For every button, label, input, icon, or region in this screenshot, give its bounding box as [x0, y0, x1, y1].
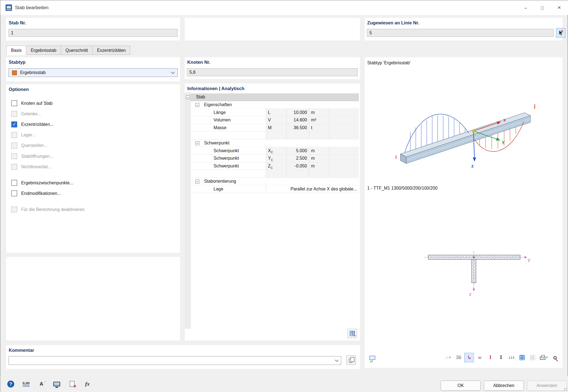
kommentar-panel: Kommentar: [6, 345, 360, 369]
section-part-red-icon[interactable]: I: [486, 353, 495, 362]
tree-item-schwerpunkt-zc[interactable]: SchwerpunktZC-0.050m: [191, 162, 359, 170]
edit-member-dialog: Stab bearbeiten –□× Stab Nr. Zugewiesen …: [0, 0, 568, 392]
informationen-panel: Informationen | Analytisch –Stab–Eigensc…: [185, 83, 360, 340]
apply-format-icon[interactable]: A: [36, 378, 47, 389]
svg-text:z: z: [469, 292, 471, 297]
member-axes-icon[interactable]: ↳: [465, 353, 474, 362]
window-controls: –□×: [517, 0, 568, 15]
option-knoten-auf-stab: Knoten auf Stab: [11, 99, 180, 107]
tree-label: Stab: [191, 95, 205, 100]
stabtyp-value: Ergebnisstab: [20, 70, 45, 75]
option-label: Exzentrizitäten...: [21, 122, 54, 127]
option-label: Gelenke...: [21, 111, 41, 116]
numbering-icon[interactable]: 123: [507, 353, 516, 362]
top-empty-panel: [185, 18, 360, 40]
option-label: Lager...: [21, 133, 36, 138]
copy-icon: [349, 359, 352, 363]
kommentar-combobox[interactable]: [8, 356, 341, 365]
chevron-down-icon[interactable]: [335, 358, 339, 362]
optionen-label: Optionen: [9, 87, 29, 92]
cross-section-preview: y z: [423, 250, 532, 297]
print-icon[interactable]: ▾: [539, 353, 549, 362]
resize-grip[interactable]: [564, 388, 567, 391]
units-icon[interactable]: 0,00: [20, 378, 32, 389]
checkbox-endmodifikationen[interactable]: [11, 190, 17, 196]
window-title: Stab bearbeiten: [15, 5, 49, 10]
svg-text:x: x: [503, 117, 506, 123]
tree-item-schwerpunkt-xc[interactable]: SchwerpunktXC5.000m: [191, 147, 359, 155]
collapse-icon[interactable]: –: [195, 180, 199, 184]
checkbox-gelenke: [11, 111, 17, 117]
option-nichtlinearitaet: Nichtlinearität...: [11, 163, 180, 171]
delete-icon[interactable]: [66, 378, 78, 389]
preview-toolbar: ∴▾100↳scII123▾: [365, 352, 562, 363]
option-gelenke: Gelenke...: [11, 110, 180, 118]
tab-querschnitt[interactable]: Querschnitt: [61, 46, 93, 55]
checkbox-exzentrizitaeten[interactable]: [11, 121, 17, 127]
checkbox-ergebniszwischenpunkte[interactable]: [11, 180, 17, 186]
options-list: Knoten auf StabGelenke...Exzentrizitäten…: [6, 97, 180, 213]
option-ergebniszwischenpunkte: Ergebniszwischenpunkte...: [11, 179, 180, 187]
tab-ergebnisstab[interactable]: Ergebnisstab: [26, 46, 61, 55]
checkbox-quersteifen: [11, 143, 17, 149]
option-label: Endmodifikationen...: [21, 191, 61, 196]
tree-item-schwerpunkt-yc[interactable]: SchwerpunktYC2.500m: [191, 155, 359, 162]
cancel-button[interactable]: Abbrechen: [484, 381, 524, 391]
display-settings-icon[interactable]: [51, 378, 63, 389]
informationen-label: Informationen | Analytisch: [187, 86, 244, 91]
footer-toolbar: ?0,00Afx: [5, 378, 93, 389]
kommentar-input[interactable]: [9, 357, 336, 365]
checkbox-knoten-auf-stab[interactable]: [11, 100, 17, 106]
assigned-line-input[interactable]: [367, 29, 554, 37]
tree-item-volumen-v[interactable]: VolumenV14.600m³: [191, 116, 359, 124]
point-symbols-icon[interactable]: ∴▾: [443, 353, 453, 362]
pointer-deselect-icon: [557, 30, 564, 36]
left-empty-panel: [6, 257, 180, 340]
knoten-input[interactable]: [187, 68, 358, 76]
svg-text:i: i: [395, 154, 397, 160]
stress-points-icon[interactable]: sc: [475, 353, 485, 362]
close-button[interactable]: ×: [551, 0, 568, 15]
dimensions-icon[interactable]: 100: [454, 353, 463, 362]
tab-bar: BasisErgebnisstabQuerschnittExzentrizitä…: [6, 46, 130, 55]
zoom-selection-icon[interactable]: [550, 353, 559, 362]
grid-icon[interactable]: [518, 353, 527, 362]
dot-grid-icon[interactable]: [528, 353, 537, 362]
apply-button[interactable]: Anwenden: [527, 381, 567, 391]
tree-root-stab[interactable]: –Stab: [191, 93, 359, 101]
tree-group-eigenschaften[interactable]: –Eigenschaften: [191, 101, 359, 109]
maximize-button[interactable]: □: [534, 0, 551, 15]
help-icon[interactable]: ?: [5, 378, 17, 389]
tab-exzentrizitaeten[interactable]: Exzentrizitäten: [92, 46, 131, 55]
deselect-line-button[interactable]: [556, 28, 566, 37]
stab-nr-label: Stab Nr.: [9, 21, 26, 26]
copy-comment-button[interactable]: [346, 355, 356, 365]
collapse-icon[interactable]: –: [186, 95, 190, 99]
tree-group-staborientierung[interactable]: –Staborientierung: [191, 178, 359, 185]
stab-nr-input[interactable]: [8, 29, 178, 37]
collapse-icon[interactable]: –: [195, 141, 199, 145]
tree-group-schwerpunkt[interactable]: –Schwerpunkt: [191, 139, 359, 147]
open-table-button[interactable]: [348, 329, 357, 338]
title-bar: Stab bearbeiten –□×: [0, 0, 568, 15]
option-quersteifen: Quersteifen...: [11, 142, 180, 150]
tree-item-lage[interactable]: LageParallel zur Achse X des globale...: [191, 185, 359, 193]
render-settings-icon[interactable]: [367, 353, 377, 362]
section-part-icon[interactable]: I: [496, 353, 506, 362]
ok-button[interactable]: OK: [441, 381, 481, 391]
checkbox-nichtlinearitaet: [11, 164, 17, 170]
option-endmodifikationen: Endmodifikationen...: [11, 189, 180, 197]
option-exzentrizitaeten: Exzentrizitäten...: [11, 120, 180, 128]
tree-blank-row: [191, 170, 359, 178]
assigned-line-panel: Zugewiesen an Linie Nr.: [365, 18, 562, 40]
minimize-button[interactable]: –: [517, 0, 534, 15]
collapse-icon[interactable]: –: [195, 103, 199, 107]
option-lager: Lager...: [11, 131, 180, 139]
stabtyp-label: Stabtyp: [9, 60, 26, 65]
formula-icon[interactable]: fx: [82, 378, 93, 389]
stabtyp-dropdown[interactable]: Ergebnisstab: [8, 68, 178, 77]
checkbox-staboeffnungen: [11, 153, 17, 159]
tree-item-masse-m[interactable]: MasseM36.500t: [191, 124, 359, 132]
tab-basis[interactable]: Basis: [6, 46, 26, 55]
tree-item-laenge-l[interactable]: LängeL10.000m: [191, 109, 359, 116]
